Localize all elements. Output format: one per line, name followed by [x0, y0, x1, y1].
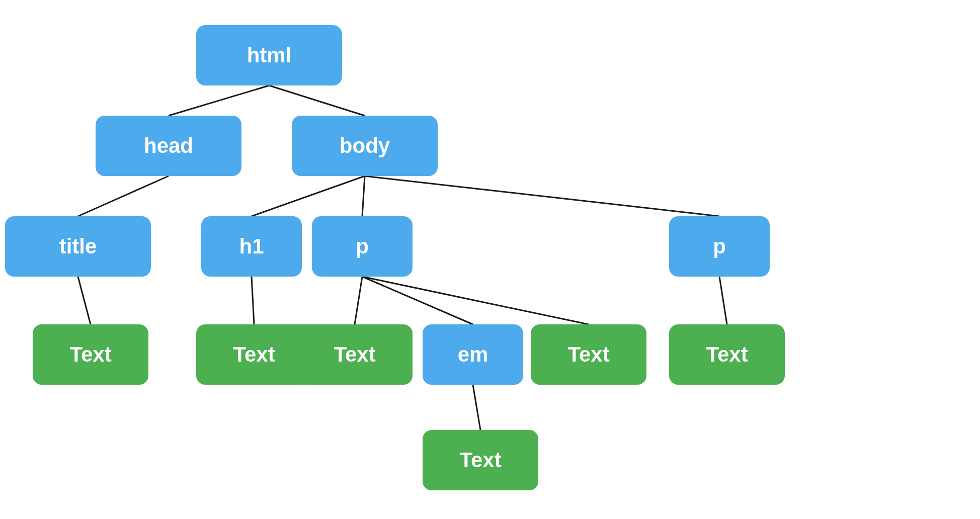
- node-p1-label: p: [356, 234, 369, 258]
- node-h1-label: h1: [239, 234, 264, 258]
- node-em: em: [423, 324, 523, 385]
- svg-line-12: [473, 385, 480, 430]
- node-h1: h1: [201, 216, 302, 277]
- node-text-h1-label: Text: [233, 342, 275, 367]
- node-text-em: Text: [423, 430, 538, 490]
- node-title-label: title: [59, 234, 97, 258]
- svg-line-3: [252, 176, 365, 216]
- svg-line-4: [362, 176, 365, 216]
- svg-line-0: [169, 85, 269, 116]
- svg-line-11: [719, 277, 727, 324]
- svg-line-6: [78, 277, 91, 324]
- node-head: head: [96, 116, 241, 176]
- node-p2-label: p: [713, 234, 726, 258]
- node-em-label: em: [458, 342, 488, 367]
- node-body-label: body: [340, 134, 390, 158]
- svg-line-7: [252, 277, 254, 324]
- node-text-title: Text: [33, 324, 148, 385]
- node-head-label: head: [144, 134, 193, 158]
- node-text-p1c-label: Text: [567, 342, 609, 367]
- node-text-p1c: Text: [531, 324, 646, 385]
- svg-line-1: [269, 85, 365, 116]
- svg-line-9: [362, 277, 473, 324]
- node-text-em-label: Text: [459, 448, 501, 472]
- node-title: title: [5, 216, 151, 277]
- svg-line-10: [362, 277, 589, 324]
- node-text-h1: Text: [196, 324, 312, 385]
- node-text-p2-label: Text: [706, 342, 748, 367]
- node-body: body: [292, 116, 438, 176]
- node-text-p1a-label: Text: [334, 342, 375, 367]
- node-html-label: html: [247, 43, 292, 67]
- node-p1: p: [312, 216, 413, 277]
- node-html: html: [196, 25, 342, 85]
- node-text-p1a: Text: [297, 324, 413, 385]
- svg-line-8: [355, 277, 362, 324]
- node-p2: p: [669, 216, 770, 277]
- node-text-p2: Text: [669, 324, 785, 385]
- svg-line-5: [365, 176, 719, 216]
- svg-line-2: [78, 176, 169, 216]
- node-text-title-label: Text: [69, 342, 111, 367]
